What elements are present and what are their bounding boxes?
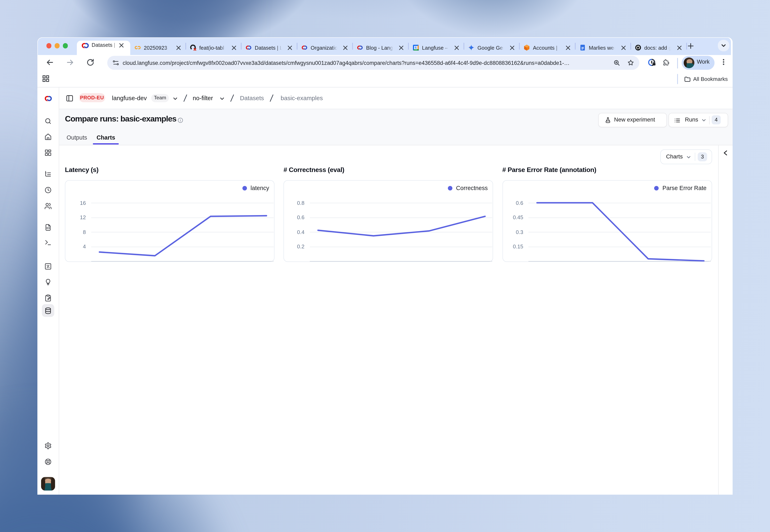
svg-text:6: 6 xyxy=(415,46,417,50)
